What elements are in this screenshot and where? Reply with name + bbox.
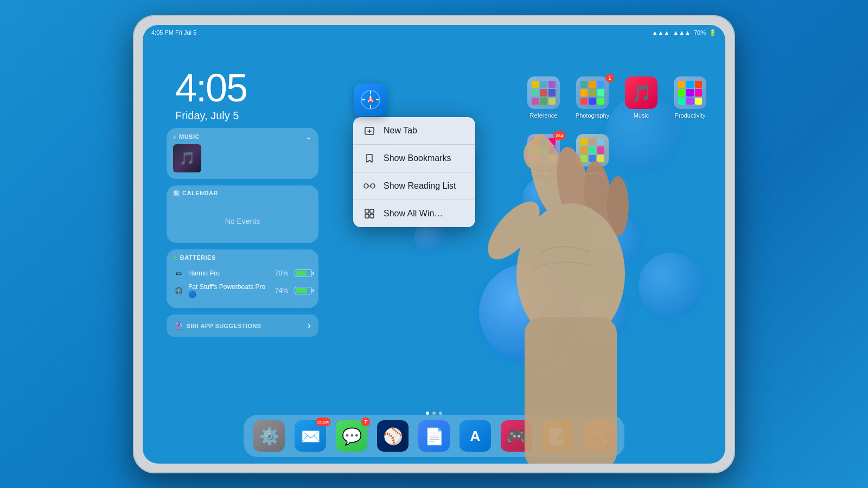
wifi-icon: ▲▲▲ [652, 29, 670, 36]
reference-folder-icon [527, 76, 560, 109]
status-bar-right: ▲▲▲ ▲▲▲ 70% 🔋 [652, 29, 717, 36]
bookmarks-icon [363, 152, 376, 165]
status-time: 4:05 PM Fri Jul 5 [151, 29, 196, 36]
battery-fill-2 [296, 288, 307, 293]
status-bar: 4:05 PM Fri Jul 5 ▲▲▲ ▲▲▲ 70% 🔋 [143, 25, 725, 40]
ipad-frame: 4:05 PM Fri Jul 5 ▲▲▲ ▲▲▲ 70% 🔋 4:05 Fri… [133, 15, 735, 473]
photography-folder-icon [576, 76, 609, 109]
battery-item-1: ▭ Harmo Pro 70% [173, 268, 312, 279]
batteries-widget-content: ▭ Harmo Pro 70% 🎧 Fat Stuff's Powerbeats… [167, 265, 318, 308]
mlb-emoji: ⚾ [383, 427, 403, 446]
clock-widget: 4:05 Friday, July 5 [175, 68, 247, 122]
svg-point-19 [524, 139, 547, 170]
safari-icon-wrapper[interactable] [354, 84, 387, 116]
calendar-widget-header: 5 CALENDAR [167, 185, 318, 200]
battery-item-2: 🎧 Fat Stuff's Powerbeats Pro 🔵 74% [173, 283, 312, 298]
signal-icon: ▲▲▲ [673, 29, 691, 36]
safari-compass-svg [360, 89, 381, 110]
calendar-widget-title: 5 CALENDAR [173, 190, 218, 196]
music-widget-content: 🎵 [167, 144, 318, 179]
calendar-widget[interactable]: 5 CALENDAR No Events [167, 185, 318, 243]
clock-date: Friday, July 5 [175, 110, 247, 122]
battery-bar-container-1 [295, 269, 312, 277]
hand-overlay [411, 111, 682, 464]
calendar-number-icon: 5 [173, 190, 180, 196]
ipad-screen: 4:05 PM Fri Jul 5 ▲▲▲ ▲▲▲ 70% 🔋 4:05 Fri… [143, 25, 725, 464]
svg-rect-15 [370, 209, 374, 213]
battery-device-icon-1: ▭ [173, 268, 184, 279]
battery-widget-icon: ● [173, 254, 177, 261]
battery-device-icon-2: 🎧 [173, 285, 184, 296]
music-widget-title: ♪ MUSIC [173, 133, 200, 140]
dock-mail[interactable]: ✉️ 15,324 [295, 420, 326, 452]
batteries-widget-header: ● BATTERIES [167, 249, 318, 265]
safari-icon [354, 84, 387, 116]
no-events-text: No Events [225, 217, 260, 226]
mail-badge: 15,324 [316, 418, 330, 426]
mail-emoji: ✉️ [301, 427, 321, 446]
new-tab-icon [363, 124, 376, 137]
photography-badge: 1 [605, 74, 614, 82]
svg-rect-17 [370, 214, 374, 218]
music-widget[interactable]: ♪ MUSIC ⌄ 🎵 [167, 128, 318, 179]
productivity-folder-icon [674, 76, 706, 109]
reading-list-icon [363, 179, 376, 192]
battery-name-2: Fat Stuff's Powerbeats Pro 🔵 [188, 283, 271, 298]
clock-time: 4:05 [175, 68, 247, 107]
album-emoji: 🎵 [179, 151, 195, 166]
batteries-widget[interactable]: ● BATTERIES ▭ Harmo Pro 70% 🎧 [167, 249, 318, 308]
battery-pct: 70% [694, 29, 706, 36]
svg-rect-16 [365, 214, 369, 218]
album-art: 🎵 [173, 144, 201, 172]
dock-settings[interactable]: ⚙️ [253, 420, 285, 452]
messages-emoji: 💬 [342, 427, 362, 446]
battery-pct-2: 74% [275, 287, 288, 294]
messages-badge: 7 [361, 418, 370, 426]
siri-suggestions-widget[interactable]: 🔮 SIRI APP SUGGESTIONS › [167, 314, 318, 337]
siri-suggestions-title: 🔮 SIRI APP SUGGESTIONS [174, 322, 261, 330]
battery-icon: 🔋 [709, 29, 717, 36]
battery-bar-container-2 [295, 287, 312, 294]
music-note-icon: ♪ [173, 133, 176, 140]
batteries-widget-title: ● BATTERIES [173, 254, 216, 261]
music-app-emoji: 🎵 [631, 84, 652, 102]
siri-icon: 🔮 [174, 322, 183, 330]
music-collapse-icon[interactable]: ⌄ [305, 132, 312, 141]
all-windows-icon [363, 207, 376, 220]
siri-chevron-icon[interactable]: › [308, 320, 311, 331]
battery-pct-1: 70% [275, 269, 288, 277]
settings-emoji: ⚙️ [259, 427, 279, 446]
music-widget-header: ♪ MUSIC ⌄ [167, 128, 318, 144]
music-app-icon: 🎵 [625, 76, 658, 109]
svg-rect-14 [365, 209, 369, 213]
widgets-area: ♪ MUSIC ⌄ 🎵 5 CALENDAR [167, 128, 318, 337]
calendar-widget-content: No Events [167, 200, 318, 243]
svg-point-7 [369, 99, 372, 101]
battery-name-1: Harmo Pro [188, 269, 271, 277]
dock-mlb[interactable]: ⚾ [377, 420, 409, 452]
dock-messages[interactable]: 💬 7 [336, 420, 367, 452]
battery-fill-1 [296, 271, 307, 276]
svg-rect-25 [525, 317, 617, 464]
